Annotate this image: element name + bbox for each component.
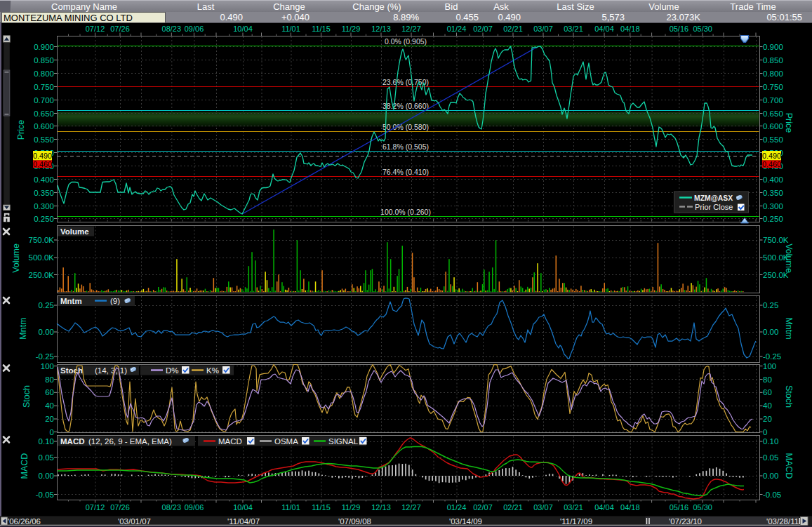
svg-text:100: 100 xyxy=(41,362,54,371)
svg-text:0.250: 0.250 xyxy=(34,215,54,223)
svg-text:'03/14/09: '03/14/09 xyxy=(449,517,482,526)
svg-text:05/30: 05/30 xyxy=(693,25,712,33)
svg-text:50.0% (0.580): 50.0% (0.580) xyxy=(382,123,429,131)
svg-text:0.750: 0.750 xyxy=(763,83,783,91)
svg-text:0.650: 0.650 xyxy=(34,109,54,118)
svg-text:Stoch: Stoch xyxy=(60,366,83,375)
svg-text:Stoch: Stoch xyxy=(22,385,32,408)
svg-text:0.00: 0.00 xyxy=(39,328,54,336)
svg-text:03/21: 03/21 xyxy=(564,503,583,512)
svg-text:0.300: 0.300 xyxy=(763,202,783,211)
svg-text:0.900: 0.900 xyxy=(763,43,783,51)
svg-text:0.750: 0.750 xyxy=(34,83,54,91)
svg-text:09/06: 09/06 xyxy=(185,503,204,512)
svg-text:08/23: 08/23 xyxy=(162,503,182,512)
svg-text:05/16: 05/16 xyxy=(670,503,689,512)
svg-text:'11/17/09: '11/17/09 xyxy=(560,517,592,526)
svg-text:Volume: Volume xyxy=(784,244,794,273)
svg-text:04/04: 04/04 xyxy=(594,503,614,512)
svg-text:0.460: 0.460 xyxy=(33,160,52,168)
svg-text:07/12: 07/12 xyxy=(86,25,105,33)
svg-text:10/04: 10/04 xyxy=(233,25,253,33)
svg-text:0.490: 0.490 xyxy=(762,152,781,160)
svg-text:-0.25: -0.25 xyxy=(763,352,781,361)
svg-text:38.2% (0.660): 38.2% (0.660) xyxy=(382,102,429,110)
svg-text:Volume: Volume xyxy=(60,227,89,236)
svg-text:10/04: 10/04 xyxy=(233,503,253,512)
svg-text:60: 60 xyxy=(763,388,772,396)
svg-text:'07/09/08: '07/09/08 xyxy=(338,517,371,526)
svg-text:61.8% (0.505): 61.8% (0.505) xyxy=(382,142,429,151)
svg-text:02/07: 02/07 xyxy=(473,25,493,33)
svg-text:0.800: 0.800 xyxy=(763,69,783,78)
svg-text:11/15: 11/15 xyxy=(312,503,331,512)
svg-text:'03/28/11: '03/28/11 xyxy=(766,517,799,526)
svg-text:100.0% (0.260): 100.0% (0.260) xyxy=(380,208,431,216)
svg-text:0.550: 0.550 xyxy=(34,135,54,144)
svg-text:01/24: 01/24 xyxy=(447,503,467,512)
svg-text:0.400: 0.400 xyxy=(34,175,54,184)
svg-text:Prior Close: Prior Close xyxy=(695,203,733,211)
svg-text:0.850: 0.850 xyxy=(763,56,783,65)
svg-text:0.600: 0.600 xyxy=(34,122,54,131)
svg-text:0.550: 0.550 xyxy=(763,135,783,144)
svg-text:Mntm: Mntm xyxy=(60,297,82,305)
svg-text:500.0K: 500.0K xyxy=(29,253,55,262)
svg-text:MACD: MACD xyxy=(218,437,242,446)
svg-text:07/12: 07/12 xyxy=(86,503,105,512)
svg-text:Mntm: Mntm xyxy=(18,317,28,339)
svg-text:0.600: 0.600 xyxy=(763,122,783,131)
svg-text:40: 40 xyxy=(763,401,772,410)
svg-text:0.10: 0.10 xyxy=(763,437,778,446)
svg-text:0.25: 0.25 xyxy=(763,301,778,309)
svg-text:76.4% (0.410): 76.4% (0.410) xyxy=(382,168,429,176)
svg-text:11/01: 11/01 xyxy=(281,503,300,512)
svg-text:03/07: 03/07 xyxy=(533,25,553,33)
svg-text:0.05: 0.05 xyxy=(39,453,54,462)
svg-text:0.10: 0.10 xyxy=(39,437,54,446)
svg-text:02/07: 02/07 xyxy=(473,503,493,512)
svg-text:0.490: 0.490 xyxy=(33,152,52,160)
svg-text:Price: Price xyxy=(784,113,794,133)
svg-text:0.850: 0.850 xyxy=(34,56,54,65)
svg-text:MZM@ASX: MZM@ASX xyxy=(694,194,733,202)
svg-text:0: 0 xyxy=(763,428,767,436)
svg-text:80: 80 xyxy=(45,375,54,384)
svg-text:750.0K: 750.0K xyxy=(29,236,55,244)
svg-text:12/27: 12/27 xyxy=(401,25,421,33)
svg-text:02/21: 02/21 xyxy=(503,25,523,33)
svg-text:0.350: 0.350 xyxy=(34,189,54,197)
svg-text:05/16: 05/16 xyxy=(670,25,689,33)
svg-text:MACD: MACD xyxy=(60,437,85,446)
svg-text:04/04: 04/04 xyxy=(594,25,614,33)
svg-text:11/01: 11/01 xyxy=(281,25,300,33)
svg-text:0.900: 0.900 xyxy=(34,43,54,51)
svg-text:20: 20 xyxy=(763,415,772,423)
svg-text:02/21: 02/21 xyxy=(503,503,523,512)
svg-text:0.00: 0.00 xyxy=(763,328,778,336)
svg-text:03/07: 03/07 xyxy=(533,503,553,512)
svg-text:12/13: 12/13 xyxy=(371,503,391,512)
svg-text:250.0K: 250.0K xyxy=(29,271,55,279)
svg-text:-0.05: -0.05 xyxy=(36,491,54,499)
svg-text:12/13: 12/13 xyxy=(371,25,391,33)
svg-text:04/18: 04/18 xyxy=(620,503,640,512)
svg-text:0.700: 0.700 xyxy=(34,96,54,105)
svg-text:-0.05: -0.05 xyxy=(763,491,781,499)
svg-text:0.250: 0.250 xyxy=(763,215,783,223)
svg-text:0.00: 0.00 xyxy=(763,472,778,480)
svg-text:'03/01/07: '03/01/07 xyxy=(118,517,151,526)
svg-text:Volume: Volume xyxy=(11,244,21,273)
svg-text:0.650: 0.650 xyxy=(763,109,783,118)
svg-text:Mntm: Mntm xyxy=(784,317,794,339)
svg-text:(14, 3, 1): (14, 3, 1) xyxy=(95,366,127,375)
svg-text:OSMA: OSMA xyxy=(274,437,298,446)
svg-text:0.00: 0.00 xyxy=(39,472,54,480)
svg-text:0.700: 0.700 xyxy=(763,96,783,105)
svg-text:60: 60 xyxy=(45,388,54,396)
svg-text:0: 0 xyxy=(50,428,54,436)
svg-text:05/30: 05/30 xyxy=(693,503,712,512)
svg-text:40: 40 xyxy=(45,401,54,410)
svg-text:'11/04/07: '11/04/07 xyxy=(227,517,260,526)
svg-text:0.460: 0.460 xyxy=(762,160,781,168)
